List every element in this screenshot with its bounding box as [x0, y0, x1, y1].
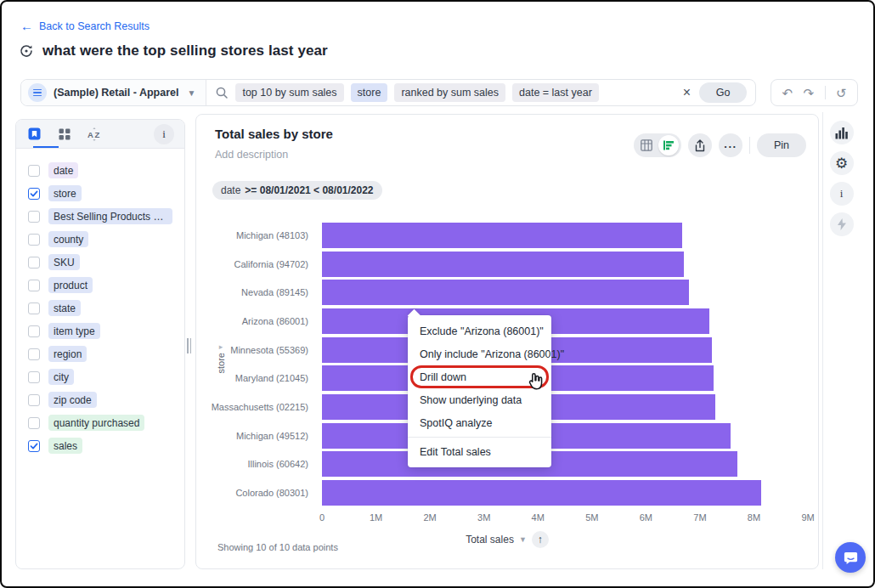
y-axis-tick-label[interactable]: Maryland (21045) [235, 373, 308, 383]
refresh-icon[interactable]: ↺ [836, 87, 847, 99]
grid-icon [59, 128, 71, 140]
chart-view-button[interactable] [658, 135, 679, 155]
y-axis-tick-label[interactable]: Michigan (49512) [236, 431, 308, 441]
column-chip: store [48, 185, 82, 201]
column-list-item[interactable]: product [16, 274, 184, 297]
share-button[interactable] [688, 133, 712, 157]
bar-chart-icon [835, 127, 848, 139]
sort-ascending-button[interactable]: ↑ [532, 531, 549, 548]
context-menu-item[interactable]: Exclude "Arizona (86001)" [408, 319, 551, 342]
y-axis-title-label: store [216, 353, 226, 373]
spotiq-button[interactable] [830, 212, 854, 236]
search-token[interactable]: store [351, 83, 388, 102]
column-list-item[interactable]: store [16, 182, 184, 205]
answer-toolbar: ... Pin [634, 133, 806, 157]
column-list-item[interactable]: quantity purchased [16, 411, 184, 434]
y-axis-tick-label[interactable]: Nevada (89145) [241, 287, 308, 297]
redo-icon[interactable]: ↷ [803, 87, 814, 99]
date-filter-chip[interactable]: date >= 08/01/2021 < 08/01/2022 [212, 181, 382, 200]
search-token[interactable]: ranked by sum sales [394, 83, 505, 102]
data-panel-info-button[interactable]: i [154, 124, 174, 144]
data-point-count: Showing 10 of 10 data points [217, 542, 338, 552]
column-list-item[interactable]: city [16, 365, 184, 388]
go-button[interactable]: Go [699, 82, 747, 103]
checkbox-unchecked[interactable] [28, 302, 40, 314]
chevron-down-icon: ▼ [188, 88, 196, 98]
x-axis-tick-label: 4M [532, 512, 545, 523]
clear-search-icon[interactable]: × [675, 86, 699, 99]
back-to-search-results-link[interactable]: ← Back to Search Results [20, 20, 150, 32]
checkbox-unchecked[interactable] [28, 371, 40, 383]
column-chip: quantity purchased [48, 415, 144, 431]
table-icon [641, 139, 652, 151]
data-source-selector[interactable]: (Sample) Retail - Apparel ▼ [21, 80, 206, 105]
x-axis-selector[interactable]: Total sales [466, 534, 514, 546]
tab-bookmarks[interactable] [26, 127, 42, 142]
y-axis-tick-label[interactable]: Minnesota (55369) [230, 345, 308, 355]
y-axis-tick-label[interactable]: Illinois (60642) [247, 459, 308, 469]
tab-all-columns[interactable] [57, 127, 72, 142]
search-token[interactable]: top 10 by sum sales [235, 83, 343, 102]
column-list-item[interactable]: SKU [16, 251, 184, 274]
bar-Colorado (80301)[interactable] [322, 480, 761, 506]
undo-icon[interactable]: ↶ [782, 87, 793, 99]
bar-Nevada (89145)[interactable] [322, 280, 689, 305]
checkbox-unchecked[interactable] [28, 325, 40, 337]
search-token[interactable]: date = last year [512, 83, 599, 102]
column-chip: city [48, 369, 74, 385]
bar-Michigan (48103)[interactable] [322, 223, 682, 248]
column-list-item[interactable]: region [16, 342, 184, 365]
y-axis-tick-label[interactable]: California (94702) [234, 259, 308, 269]
configure-button[interactable]: ⚙ [830, 151, 854, 175]
table-view-button[interactable] [636, 135, 657, 155]
y-axis-tick-label[interactable]: Colorado (80301) [235, 488, 308, 498]
checkbox-unchecked[interactable] [28, 394, 40, 406]
divider [749, 137, 750, 154]
bookmark-icon [28, 127, 41, 140]
chevron-right-icon: ▸ [215, 342, 227, 351]
bar-California (94702)[interactable] [322, 252, 684, 277]
tab-sort-az[interactable]: A Z [88, 127, 103, 142]
context-menu-item[interactable]: SpotIQ analyze [408, 411, 551, 434]
column-list: datestoreBest Selling Products Last ...c… [16, 149, 184, 457]
checkbox-unchecked[interactable] [28, 257, 40, 269]
answer-description-placeholder[interactable]: Add description [215, 149, 288, 161]
column-list-item[interactable]: state [16, 297, 184, 319]
checkbox-checked[interactable] [28, 440, 40, 452]
details-button[interactable]: i [830, 182, 854, 206]
more-options-button[interactable]: ... [719, 133, 742, 157]
checkbox-unchecked[interactable] [28, 211, 40, 223]
column-list-item[interactable]: date [16, 159, 184, 182]
y-axis-tick-label[interactable]: Massachusetts (02215) [212, 402, 308, 412]
x-axis-tick-label: 5M [585, 512, 598, 523]
column-list-item[interactable]: zip code [16, 388, 184, 411]
column-chip: state [48, 300, 81, 316]
y-axis-tick-label[interactable]: Arizona (86001) [242, 316, 308, 326]
column-list-item[interactable]: county [16, 228, 184, 251]
x-axis-tick-label: 7M [693, 512, 706, 523]
checkbox-unchecked[interactable] [28, 348, 40, 360]
data-panel: A Z i datestoreBest Selling Products Las… [15, 119, 185, 569]
column-chip: region [48, 346, 87, 362]
pin-button[interactable]: Pin [757, 133, 806, 157]
checkbox-checked[interactable] [28, 188, 40, 200]
column-list-item[interactable]: sales [16, 434, 184, 457]
checkbox-unchecked[interactable] [28, 417, 40, 429]
help-chat-button[interactable] [835, 542, 866, 573]
checkbox-unchecked[interactable] [28, 280, 40, 291]
back-link-label: Back to Search Results [39, 20, 150, 32]
x-axis-tick-label: 2M [423, 512, 436, 523]
context-menu-item[interactable]: Show underlying data [408, 388, 551, 411]
checkbox-unchecked[interactable] [28, 165, 40, 177]
chart-type-button[interactable] [830, 121, 854, 144]
checkbox-unchecked[interactable] [28, 234, 40, 246]
y-axis-title[interactable]: ▸ store [215, 342, 227, 376]
context-menu-item[interactable]: Edit Total sales [408, 440, 551, 463]
column-list-item[interactable]: Best Selling Products Last ... [16, 205, 184, 228]
panel-resize-handle[interactable] [187, 338, 193, 353]
context-menu-item[interactable]: Only include "Arizona (86001)" [408, 342, 551, 365]
column-list-item[interactable]: item type [16, 319, 184, 342]
column-chip: SKU [48, 254, 80, 270]
y-axis-tick-label[interactable]: Michigan (48103) [236, 230, 308, 240]
context-menu-item[interactable]: Drill down [408, 365, 551, 388]
